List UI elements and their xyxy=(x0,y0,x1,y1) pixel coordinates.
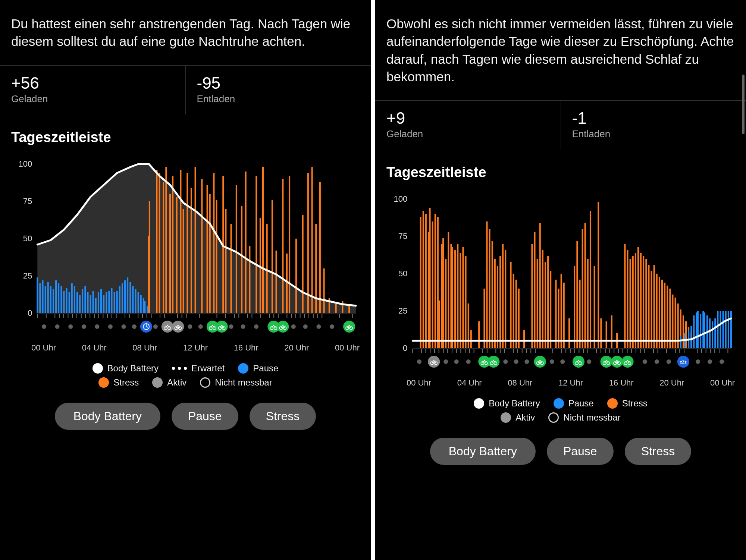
svg-rect-315 xyxy=(482,349,483,353)
svg-point-180 xyxy=(277,321,289,333)
svg-point-153 xyxy=(153,324,158,329)
svg-rect-130 xyxy=(260,314,261,318)
svg-rect-229 xyxy=(531,244,533,348)
x-tick-label: 00 Uhr xyxy=(335,343,360,353)
timeline-chart[interactable]: 0255075100zZz xyxy=(386,195,735,374)
svg-rect-290 xyxy=(704,312,705,348)
legend-item-pause: Pause xyxy=(554,398,594,409)
svg-rect-84 xyxy=(122,283,123,313)
svg-rect-227 xyxy=(518,289,520,348)
svg-rect-73 xyxy=(93,291,94,313)
svg-rect-135 xyxy=(291,314,292,318)
timeline-chart[interactable]: 0255075100 xyxy=(11,160,360,339)
filter-buttons: Body BatteryPauseStress xyxy=(386,438,735,465)
svg-rect-66 xyxy=(74,286,75,313)
svg-rect-337 xyxy=(609,349,610,353)
svg-rect-308 xyxy=(447,349,448,353)
svg-point-147 xyxy=(68,324,73,329)
svg-rect-336 xyxy=(605,349,606,353)
svg-rect-289 xyxy=(702,311,704,348)
svg-rect-112 xyxy=(125,314,125,318)
svg-point-384 xyxy=(534,356,546,368)
svg-rect-352 xyxy=(697,349,698,353)
svg-point-372 xyxy=(696,359,700,364)
stat-drained[interactable]: -95 Entladen xyxy=(185,65,371,114)
color-swatch-icon xyxy=(548,412,559,423)
svg-rect-60 xyxy=(58,283,59,313)
svg-rect-24 xyxy=(216,200,217,313)
svg-rect-332 xyxy=(583,349,584,353)
legend-label: Body Battery xyxy=(489,398,540,409)
svg-rect-311 xyxy=(460,349,461,353)
svg-rect-353 xyxy=(701,349,702,353)
svg-rect-341 xyxy=(627,349,627,353)
svg-rect-18 xyxy=(191,188,192,313)
svg-rect-356 xyxy=(714,349,715,353)
svg-point-157 xyxy=(241,324,245,329)
svg-rect-38 xyxy=(282,179,283,313)
svg-rect-126 xyxy=(234,314,235,318)
svg-rect-310 xyxy=(456,349,457,353)
svg-rect-134 xyxy=(286,314,287,318)
color-swatch-icon xyxy=(554,398,564,409)
svg-rect-127 xyxy=(238,314,239,318)
svg-rect-302 xyxy=(421,349,422,353)
legend-label: Nicht messbar xyxy=(215,377,272,388)
svg-rect-316 xyxy=(487,349,488,353)
svg-rect-30 xyxy=(245,172,247,313)
svg-rect-133 xyxy=(278,314,279,318)
svg-rect-266 xyxy=(653,265,655,348)
svg-rect-304 xyxy=(430,349,430,353)
stat-charged[interactable]: +56 Geladen xyxy=(0,65,185,114)
svg-rect-122 xyxy=(186,314,186,318)
svg-rect-342 xyxy=(631,349,632,353)
svg-rect-295 xyxy=(717,311,718,348)
svg-rect-343 xyxy=(636,349,636,353)
svg-rect-220 xyxy=(497,266,498,348)
svg-rect-62 xyxy=(63,291,65,313)
filter-button-pause[interactable]: Pause xyxy=(547,438,614,465)
svg-rect-144 xyxy=(352,314,353,318)
svg-rect-323 xyxy=(526,349,527,353)
svg-rect-324 xyxy=(530,349,531,353)
filter-button-stress[interactable]: Stress xyxy=(250,403,316,430)
svg-point-156 xyxy=(229,324,233,329)
timeline-title: Tageszeitleiste xyxy=(386,164,735,180)
svg-rect-69 xyxy=(82,289,83,313)
svg-rect-16 xyxy=(183,209,184,313)
svg-rect-201 xyxy=(441,244,443,348)
svg-point-363 xyxy=(503,359,508,364)
filter-button-pause[interactable]: Pause xyxy=(172,403,238,430)
x-axis-labels: 00 Uhr04 Uhr08 Uhr12 Uhr16 Uhr20 Uhr00 U… xyxy=(11,339,360,353)
color-swatch-icon xyxy=(501,412,511,423)
svg-rect-80 xyxy=(111,288,112,313)
filter-button-stress[interactable]: Stress xyxy=(625,438,692,465)
svg-rect-196 xyxy=(429,208,431,348)
panel-day-1: Du hattest einen sehr anstrengenden Tag.… xyxy=(0,0,371,560)
svg-rect-205 xyxy=(450,244,452,348)
svg-rect-115 xyxy=(142,314,143,318)
svg-rect-335 xyxy=(601,349,601,353)
svg-rect-107 xyxy=(98,314,99,318)
svg-point-174 xyxy=(216,321,228,333)
svg-rect-211 xyxy=(465,256,467,348)
svg-text:50: 50 xyxy=(23,234,32,243)
svg-rect-216 xyxy=(486,221,488,348)
scrollbar-indicator[interactable] xyxy=(742,75,745,134)
svg-rect-255 xyxy=(624,244,626,348)
svg-rect-350 xyxy=(679,349,680,353)
filter-button-body-battery[interactable]: Body Battery xyxy=(430,438,536,465)
timeline-title: Tageszeitleiste xyxy=(11,129,360,145)
svg-rect-271 xyxy=(667,286,668,348)
svg-rect-14 xyxy=(176,197,178,313)
stat-drained[interactable]: -1 Entladen xyxy=(561,100,746,150)
svg-rect-105 xyxy=(90,314,90,318)
svg-point-165 xyxy=(162,321,173,333)
legend-label: Erwartet xyxy=(191,363,225,374)
svg-point-359 xyxy=(417,359,421,364)
svg-rect-357 xyxy=(719,349,720,353)
stat-charged[interactable]: +9 Geladen xyxy=(375,100,561,150)
svg-rect-349 xyxy=(675,349,676,353)
filter-button-body-battery[interactable]: Body Battery xyxy=(55,403,160,430)
svg-rect-292 xyxy=(709,318,711,348)
